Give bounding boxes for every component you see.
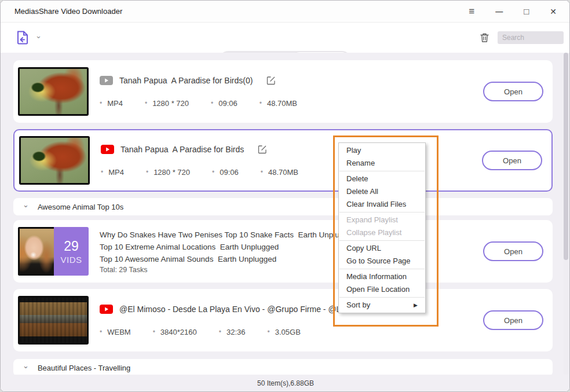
import-task-button[interactable]: ⌄ (16, 30, 42, 45)
playlist-thumbnail: 29 VIDS (18, 227, 89, 276)
chevron-down-icon: ⌄ (35, 34, 42, 38)
playlist-video-count: 29 (64, 239, 79, 254)
menu-item-copy-url[interactable]: Copy URL (339, 242, 425, 255)
menu-separator (339, 171, 425, 171)
meta-size: 48.70MB (267, 99, 297, 108)
youtube-icon (101, 145, 114, 154)
video-row-2-selected[interactable]: Tanah Papua A Paradise for Birds •MP4 •1… (13, 129, 553, 192)
bullet-icon: • (261, 168, 263, 176)
toolbar: ⌄ Downloading Finished (1, 23, 569, 53)
playlist-count-unit: VIDS (60, 255, 82, 265)
meta-resolution: 3840*2160 (160, 328, 197, 336)
items-summary: 50 Item(s),6.88GB (257, 379, 314, 387)
playlist-track-2: Top 10 Extreme Animal Locations Earth Un… (100, 241, 357, 253)
video-thumbnail (19, 136, 90, 185)
edit-title-icon[interactable] (266, 76, 276, 85)
meta-format: MP4 (108, 168, 124, 177)
meta-size: 3.05GB (275, 328, 301, 336)
menu-item-sort-by[interactable]: Sort by ▶ (339, 299, 425, 312)
video-row-1[interactable]: Tanah Papua A Paradise for Birds(0) •MP4… (13, 60, 553, 123)
section-label: Beautiful Places - Travelling (38, 364, 130, 372)
youtube-gray-icon (100, 76, 113, 85)
open-button[interactable]: Open (483, 82, 543, 101)
meta-resolution: 1280 * 720 (154, 168, 190, 177)
chevron-down-icon[interactable]: ⌄ (23, 203, 29, 207)
meta-format: WEBM (107, 328, 130, 336)
meta-format: MP4 (107, 99, 123, 108)
menu-item-delete-all[interactable]: Delete All (339, 185, 425, 198)
statusbar: 50 Item(s),6.88GB (1, 375, 570, 391)
menu-item-expand-playlist: Expand Playlist (339, 214, 425, 226)
menu-separator (339, 297, 425, 298)
submenu-arrow-icon: ▶ (414, 302, 418, 308)
menu-item-play[interactable]: Play (339, 144, 425, 157)
open-button[interactable]: Open (482, 151, 542, 170)
edit-title-icon[interactable] (258, 145, 267, 154)
video-title: Tanah Papua A Paradise for Birds(0) (119, 76, 253, 85)
bullet-icon: • (268, 328, 270, 336)
chevron-down-icon[interactable]: ⌄ (23, 364, 29, 368)
titlebar: MediasShare Video Downloader ≡ — □ ✕ (1, 1, 569, 23)
video-meta: •WEBM •3840*2160 •32:36 •3.05GB (100, 328, 348, 336)
menu-item-go-to-source-page[interactable]: Go to Source Page (339, 255, 425, 268)
menu-separator (339, 240, 425, 241)
playlist-track-1: Why Do Snakes Have Two Penises Top 10 Sn… (100, 229, 357, 241)
open-button[interactable]: Open (483, 310, 543, 330)
menu-item-clear-invalid-files[interactable]: Clear Invalid Files (339, 198, 425, 211)
import-document-icon (16, 30, 30, 45)
video-meta: •MP4 •1280 * 720 •09:06 •48.70MB (100, 99, 319, 108)
bullet-icon: • (101, 168, 103, 176)
video-thumbnail (18, 67, 89, 116)
minimize-icon[interactable]: — (495, 8, 503, 15)
playlist-section-beautiful-places[interactable]: ⌄ Beautiful Places - Travelling (13, 359, 553, 376)
meta-duration: 32:36 (226, 328, 246, 336)
menu-item-rename[interactable]: Rename (339, 157, 425, 170)
hamburger-menu-icon[interactable]: ≡ (469, 6, 474, 16)
trash-icon[interactable] (480, 32, 489, 43)
video-title: Tanah Papua A Paradise for Birds (120, 145, 244, 154)
video-thumbnail (18, 296, 89, 345)
playlist-total-tasks: Total: 29 Tasks (100, 266, 357, 274)
close-icon[interactable]: ✕ (550, 8, 557, 16)
menu-item-delete[interactable]: Delete (339, 173, 425, 185)
open-button[interactable]: Open (483, 241, 543, 261)
playlist-cover-image (18, 227, 54, 276)
bullet-icon: • (100, 99, 102, 107)
menu-item-collapse-playlist: Collapse Playlist (339, 226, 425, 239)
scrollbar-thumb[interactable] (564, 53, 568, 260)
meta-resolution: 1280 * 720 (152, 99, 189, 108)
window-controls: ≡ — □ ✕ (469, 6, 557, 16)
context-menu: Play Rename Delete Delete All Clear Inva… (338, 142, 426, 313)
menu-item-open-file-location[interactable]: Open File Location (339, 283, 425, 296)
scrollbar[interactable] (564, 53, 568, 376)
video-title: @El Mimoso - Desde La Playa En Vivo - @G… (119, 305, 348, 314)
youtube-icon (100, 305, 113, 314)
finished-list: Tanah Papua A Paradise for Birds(0) •MP4… (1, 53, 570, 376)
bullet-icon: • (100, 328, 102, 336)
app-window: MediasShare Video Downloader ≡ — □ ✕ ⌄ D… (0, 0, 570, 392)
bullet-icon: • (219, 328, 221, 336)
search-input[interactable] (498, 31, 564, 44)
playlist-section-awesome-animal[interactable]: ⌄ Awesome Animal Top 10s (13, 198, 553, 215)
meta-size: 48.70MB (268, 168, 298, 177)
meta-duration: 09:06 (220, 168, 239, 177)
bullet-icon: • (145, 99, 147, 107)
menu-separator (339, 212, 425, 213)
bullet-icon: • (212, 168, 214, 176)
playlist-row[interactable]: 29 VIDS Why Do Snakes Have Two Penises T… (13, 220, 553, 283)
playlist-track-3: Top 10 Awesome Animal Sounds Earth Unplu… (100, 253, 357, 265)
maximize-icon[interactable]: □ (524, 7, 529, 16)
meta-duration: 09:06 (218, 99, 237, 108)
bullet-icon: • (211, 99, 213, 107)
app-title: MediasShare Video Downloader (14, 7, 122, 16)
bullet-icon: • (153, 328, 155, 336)
video-row-4[interactable]: @El Mimoso - Desde La Playa En Vivo - @G… (13, 289, 553, 351)
menu-separator (339, 269, 425, 269)
bullet-icon: • (260, 99, 262, 107)
section-label: Awesome Animal Top 10s (38, 203, 123, 211)
bullet-icon: • (146, 168, 148, 176)
toolbar-right (480, 31, 564, 44)
playlist-count-badge: 29 VIDS (54, 227, 89, 276)
video-meta: •MP4 •1280 * 720 •09:06 •48.70MB (101, 168, 320, 177)
menu-item-media-information[interactable]: Media Information (339, 270, 425, 283)
